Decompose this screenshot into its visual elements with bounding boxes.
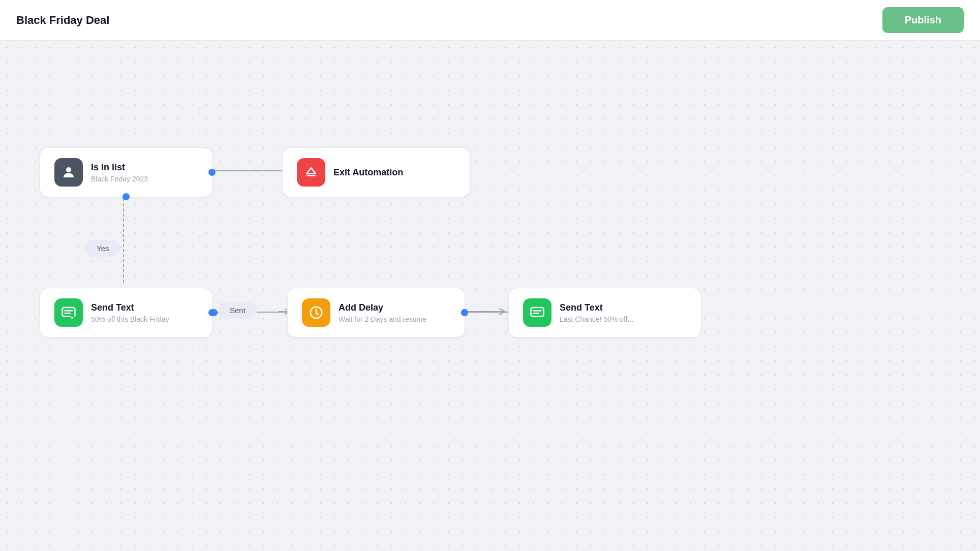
send-text-2-content: Send Text Last Chance! 50% off... <box>560 302 633 323</box>
yes-badge: Yes <box>85 240 120 257</box>
is-in-list-subtitle: Black Friday 2023 <box>91 175 148 183</box>
is-in-list-bottom-dot <box>122 193 130 200</box>
add-delay-subtitle: Wait for 2 Days and resume <box>339 315 426 323</box>
person-icon <box>54 158 83 187</box>
exit-automation-title: Exit Automation <box>333 167 403 178</box>
is-in-list-content: Is in list Black Friday 2023 <box>91 162 148 183</box>
delay-right-dot-2 <box>461 309 468 316</box>
send-text-1-content: Send Text 50% off this Black Friday <box>91 302 169 323</box>
workflow-canvas: Is in list Black Friday 2023 Exit Automa… <box>0 41 980 551</box>
page-title: Black Friday Deal <box>16 14 109 27</box>
sent-badge: Sent <box>219 302 257 319</box>
send-text-2-node[interactable]: Send Text Last Chance! 50% off... <box>508 288 701 338</box>
is-in-list-title: Is in list <box>91 162 148 173</box>
delay-to-send2-arrow <box>468 307 513 316</box>
send-text-2-title: Send Text <box>560 302 633 313</box>
clock-icon <box>302 298 330 327</box>
sent-left-dot <box>210 309 218 316</box>
add-delay-node[interactable]: Add Delay Wait for 2 Days and resume <box>287 288 465 338</box>
send-text-1-subtitle: 50% off this Black Friday <box>91 315 169 323</box>
svg-rect-10 <box>531 308 544 317</box>
add-delay-content: Add Delay Wait for 2 Days and resume <box>339 302 426 323</box>
send-text-1-node[interactable]: ★ Send Text 50% off this Black Friday <box>40 288 212 338</box>
send-text-1-title: Send Text <box>91 302 169 313</box>
is-in-list-right-dot <box>208 169 216 176</box>
is-in-list-node[interactable]: Is in list Black Friday 2023 <box>40 147 212 197</box>
header: Black Friday Deal Publish <box>0 0 980 41</box>
sms-icon-1: ★ <box>54 298 83 327</box>
exit-icon <box>297 158 325 187</box>
exit-automation-node[interactable]: Exit Automation <box>282 147 470 197</box>
sms-icon-2 <box>523 298 552 327</box>
svg-point-4 <box>66 167 71 172</box>
send-text-2-subtitle: Last Chance! 50% off... <box>560 315 633 323</box>
exit-automation-content: Exit Automation <box>333 167 403 178</box>
add-delay-title: Add Delay <box>339 302 426 313</box>
publish-button[interactable]: Publish <box>882 7 964 33</box>
